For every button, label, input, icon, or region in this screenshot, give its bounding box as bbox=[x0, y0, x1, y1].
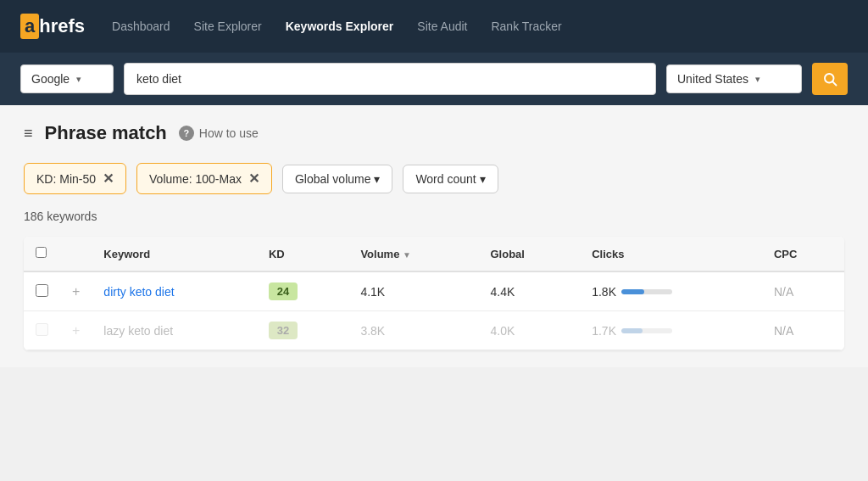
row1-plus-icon[interactable]: + bbox=[60, 271, 92, 311]
row2-clicks-bar-bg bbox=[621, 328, 672, 333]
row1-keyword-link[interactable]: dirty keto diet bbox=[103, 285, 174, 299]
row2-plus-icon[interactable]: + bbox=[60, 311, 92, 350]
select-all-checkbox[interactable] bbox=[36, 247, 47, 258]
nav-rank-tracker[interactable]: Rank Tracker bbox=[491, 20, 561, 33]
row1-clicks: 1.8K bbox=[580, 271, 762, 311]
page-title: Phrase match bbox=[45, 122, 167, 144]
row2-kd: 32 bbox=[257, 311, 348, 350]
keywords-table: Keyword KD Volume Global Clicks CPC bbox=[24, 237, 844, 350]
nav-links: Dashboard Site Explorer Keywords Explore… bbox=[112, 20, 562, 33]
row1-checkbox-cell bbox=[24, 271, 60, 311]
row2-global: 4.0K bbox=[478, 311, 580, 350]
filter-kd-close-icon[interactable]: ✕ bbox=[103, 171, 114, 187]
th-kd: KD bbox=[257, 237, 348, 271]
th-actions bbox=[60, 237, 92, 271]
filter-word-count[interactable]: Word count ▾ bbox=[403, 165, 498, 193]
th-clicks: Clicks bbox=[580, 237, 762, 271]
nav-site-explorer[interactable]: Site Explorer bbox=[194, 20, 262, 33]
filter-volume[interactable]: Volume: 100-Max ✕ bbox=[136, 163, 272, 194]
country-chevron-icon: ▾ bbox=[755, 74, 760, 85]
country-select[interactable]: United States ▾ bbox=[666, 64, 802, 93]
filter-global-volume-label: Global volume ▾ bbox=[295, 172, 380, 186]
table-row: + lazy keto diet 32 3.8K 4.0K 1.7K bbox=[24, 311, 844, 350]
filter-volume-label: Volume: 100-Max bbox=[149, 172, 242, 186]
th-checkbox bbox=[24, 237, 60, 271]
filter-kd-label: KD: Min-50 bbox=[36, 172, 96, 186]
row2-checkbox[interactable] bbox=[36, 323, 48, 336]
search-bar: Google ▾ United States ▾ bbox=[0, 53, 868, 105]
help-circle-icon: ? bbox=[179, 126, 194, 141]
table-row: + dirty keto diet 24 4.1K 4.4K 1.8K bbox=[24, 271, 844, 311]
table-header-row: Keyword KD Volume Global Clicks CPC bbox=[24, 237, 844, 271]
search-button[interactable] bbox=[812, 63, 848, 95]
row1-keyword: dirty keto diet bbox=[92, 271, 257, 311]
svg-line-1 bbox=[832, 81, 836, 85]
row1-kd-badge: 24 bbox=[269, 282, 298, 300]
row1-clicks-container: 1.8K bbox=[592, 285, 750, 299]
how-to-use-button[interactable]: ? How to use bbox=[179, 126, 259, 141]
nav-dashboard[interactable]: Dashboard bbox=[112, 20, 170, 33]
keywords-count: 186 keywords bbox=[24, 210, 844, 223]
row2-checkbox-cell bbox=[24, 311, 60, 350]
logo-a: a bbox=[20, 14, 39, 39]
row1-checkbox[interactable] bbox=[36, 284, 48, 297]
row2-kd-badge: 32 bbox=[269, 322, 298, 339]
country-label: United States bbox=[677, 72, 748, 86]
row2-clicks-value: 1.7K bbox=[592, 324, 616, 338]
nav-keywords-explorer[interactable]: Keywords Explorer bbox=[286, 20, 394, 33]
row1-kd: 24 bbox=[257, 271, 348, 311]
hamburger-icon[interactable]: ≡ bbox=[24, 125, 33, 143]
page-header: ≡ Phrase match ? How to use bbox=[24, 122, 844, 144]
engine-label: Google bbox=[31, 72, 70, 86]
filter-word-count-label: Word count ▾ bbox=[415, 172, 485, 186]
row2-clicks: 1.7K bbox=[580, 311, 762, 350]
filters-row: KD: Min-50 ✕ Volume: 100-Max ✕ Global vo… bbox=[24, 163, 844, 194]
row2-clicks-container: 1.7K bbox=[592, 324, 750, 338]
navbar: a hrefs Dashboard Site Explorer Keywords… bbox=[0, 0, 868, 53]
row2-cpc: N/A bbox=[762, 311, 844, 350]
row1-cpc: N/A bbox=[762, 271, 844, 311]
row2-keyword: lazy keto diet bbox=[92, 311, 257, 350]
logo: a hrefs bbox=[20, 14, 85, 39]
th-volume[interactable]: Volume bbox=[348, 237, 478, 271]
search-icon bbox=[822, 71, 837, 87]
row1-volume: 4.1K bbox=[348, 271, 478, 311]
engine-chevron-icon: ▾ bbox=[76, 74, 81, 85]
filter-volume-close-icon[interactable]: ✕ bbox=[248, 171, 259, 187]
th-cpc: CPC bbox=[762, 237, 844, 271]
row1-clicks-value: 1.8K bbox=[592, 285, 616, 299]
engine-select[interactable]: Google ▾ bbox=[20, 64, 114, 93]
th-global: Global bbox=[478, 237, 580, 271]
row2-clicks-bar-fill bbox=[621, 328, 643, 333]
logo-hrefs: hrefs bbox=[39, 15, 85, 37]
main-content: ≡ Phrase match ? How to use KD: Min-50 ✕… bbox=[0, 105, 868, 367]
row1-clicks-bar-fill bbox=[621, 289, 644, 294]
row2-volume: 3.8K bbox=[348, 311, 478, 350]
row1-global: 4.4K bbox=[478, 271, 580, 311]
how-to-use-label: How to use bbox=[199, 126, 259, 140]
filter-kd[interactable]: KD: Min-50 ✕ bbox=[24, 163, 126, 194]
row2-keyword-text: lazy keto diet bbox=[103, 324, 173, 338]
keyword-input[interactable] bbox=[124, 63, 656, 95]
row1-clicks-bar-bg bbox=[621, 289, 672, 294]
filter-global-volume[interactable]: Global volume ▾ bbox=[282, 165, 392, 193]
th-keyword: Keyword bbox=[92, 237, 257, 271]
nav-site-audit[interactable]: Site Audit bbox=[417, 20, 467, 33]
